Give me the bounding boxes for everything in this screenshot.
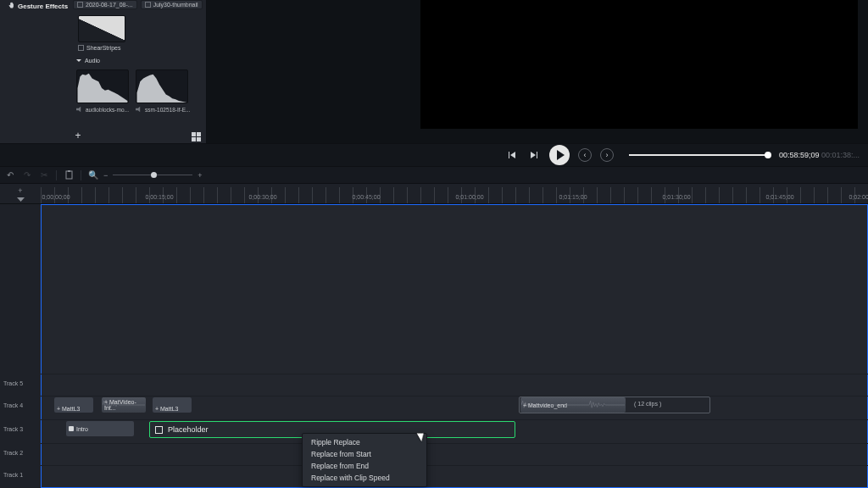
cut-icon[interactable]: ✂ <box>39 170 49 180</box>
hand-icon <box>7 2 15 10</box>
track-label-2[interactable]: Track 2 <box>3 450 23 456</box>
step-forward-button[interactable] <box>527 148 541 162</box>
next-marker-button[interactable]: › <box>600 148 614 162</box>
speaker-icon <box>76 106 83 113</box>
scrubber-handle[interactable] <box>765 152 771 158</box>
zoom-knob[interactable] <box>151 172 157 178</box>
thumbnail-shearstripes[interactable] <box>78 15 125 42</box>
clip-intro[interactable]: Intro <box>66 421 134 436</box>
ruler-labels: 0;00;00;00 0;00:15;00 0;00:30;00 0;00:45… <box>41 194 868 202</box>
media-bin-panel[interactable]: Gesture Effects 2020-08-17_08-... July30… <box>0 0 207 143</box>
track-label-4[interactable]: Track 4 <box>3 402 23 408</box>
clip-icon <box>69 426 74 431</box>
svg-marker-0 <box>78 74 128 103</box>
chevron-down-icon[interactable] <box>17 197 25 202</box>
add-media-button[interactable]: + <box>73 131 83 141</box>
preview-area <box>207 0 868 143</box>
thumbnail-caption: ShearStripes <box>78 45 120 51</box>
clip-mattL3-a[interactable]: + MattL3 <box>54 397 93 413</box>
waveform-icon <box>77 70 128 103</box>
track-headers: Track 5 Track 4 Track 3 Track 2 Track 1 <box>0 204 41 488</box>
svg-rect-3 <box>68 170 70 172</box>
waveform-icon <box>136 70 187 103</box>
audio-caption-2: ssm-102518-If-E... <box>136 106 190 113</box>
placeholder-icon <box>155 426 163 434</box>
timecode-display: 00:58:59;09 00:01:38:... <box>779 151 860 159</box>
audio-thumb-2[interactable] <box>136 69 188 103</box>
svg-marker-1 <box>137 75 187 103</box>
playback-bar: ‹ › 00:58:59;09 00:01:38:... <box>0 143 868 167</box>
media-tab-gesture-effects[interactable]: Gesture Effects <box>3 0 71 12</box>
zoom-minus[interactable]: − <box>103 171 108 180</box>
prev-marker-button[interactable]: ‹ <box>578 148 592 162</box>
file-tab-1[interactable]: 2020-08-17_08-... <box>73 0 137 9</box>
clip-mattvideo-end[interactable]: + Mattvideo_end <box>520 397 626 413</box>
audio-caption-1: audioblocks-mo... <box>76 106 129 113</box>
group-count: ( 12 clips ) <box>634 401 661 407</box>
grid-view-icon[interactable] <box>192 132 201 141</box>
ctx-replace-from-end[interactable]: Replace from End <box>303 460 426 472</box>
clip-matvideo-intro[interactable]: + MatVideo-Int... <box>102 397 146 413</box>
media-file-tabs: 2020-08-17_08-... July30-thumbnail <box>73 0 203 9</box>
timeline[interactable]: Track 5 Track 4 Track 3 Track 2 Track 1 … <box>0 204 868 488</box>
zoom-icon[interactable]: 🔍 <box>88 170 98 180</box>
step-back-button[interactable] <box>505 148 519 162</box>
image-icon <box>77 2 83 8</box>
play-button[interactable] <box>549 145 570 165</box>
track-2[interactable] <box>41 443 868 463</box>
ctx-replace-clip-speed[interactable]: Replace with Clip Speed <box>303 472 426 484</box>
svg-rect-2 <box>66 171 72 179</box>
track-label-1[interactable]: Track 1 <box>3 472 23 478</box>
media-tab-label: Gesture Effects <box>18 3 68 10</box>
add-track-button[interactable]: + <box>18 186 22 195</box>
track-label-3[interactable]: Track 3 <box>3 426 23 432</box>
track-5[interactable] <box>41 374 868 394</box>
redo-icon[interactable]: ↷ <box>22 170 32 180</box>
audio-thumb-1[interactable] <box>76 69 129 103</box>
preview-viewport[interactable] <box>420 0 858 129</box>
ctx-ripple-replace[interactable]: Ripple Replace <box>303 436 426 448</box>
timeline-ruler[interactable]: + 0;00;00;00 0;00:15;00 0;00:30;00 0;00:… <box>0 184 868 204</box>
zoom-plus[interactable]: + <box>198 171 202 180</box>
clip-mattL3-b[interactable]: + MattL3 <box>153 397 192 413</box>
track-label-5[interactable]: Track 5 <box>3 380 23 386</box>
section-audio[interactable]: Audio <box>76 58 100 64</box>
file-tab-2[interactable]: July30-thumbnail <box>141 0 203 9</box>
track-3[interactable]: Intro Placeholder <box>41 419 868 441</box>
undo-icon[interactable]: ↶ <box>5 170 15 180</box>
image-icon <box>145 2 151 8</box>
context-menu[interactable]: Ripple Replace Replace from Start Replac… <box>302 433 427 487</box>
media-left-strip <box>0 12 12 143</box>
track-4[interactable]: + MattL3 + MatVideo-Int... + MattL3 + Ma… <box>41 396 868 416</box>
image-icon <box>78 45 84 51</box>
timeline-toolbar: ↶ ↷ ✂ 🔍 − + <box>0 167 868 184</box>
playback-scrubber[interactable] <box>629 154 767 156</box>
track-1[interactable] <box>41 465 868 485</box>
zoom-slider[interactable] <box>113 175 192 175</box>
ctx-replace-from-start[interactable]: Replace from Start <box>303 448 426 460</box>
paste-icon[interactable] <box>64 170 74 180</box>
speaker-icon <box>136 106 142 113</box>
